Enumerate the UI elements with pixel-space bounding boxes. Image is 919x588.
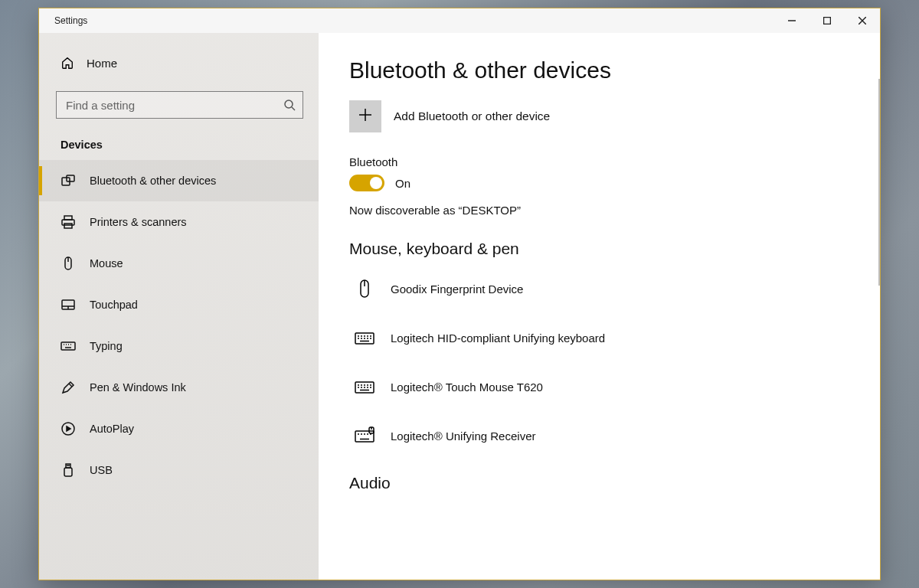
svg-point-4 bbox=[285, 100, 293, 108]
keyboard-icon bbox=[61, 338, 76, 354]
sidebar-section-label: Devices bbox=[39, 128, 319, 160]
device-name: Logitech HID-compliant Unifying keyboard bbox=[391, 332, 605, 345]
sidebar-item-autoplay[interactable]: AutoPlay bbox=[39, 408, 319, 449]
sidebar-item-typing[interactable]: Typing bbox=[39, 325, 319, 367]
bluetooth-toggle-row: On bbox=[349, 175, 849, 191]
maximize-button[interactable] bbox=[809, 8, 845, 33]
close-button[interactable] bbox=[845, 8, 880, 33]
printer-icon bbox=[61, 214, 76, 230]
titlebar: Settings bbox=[39, 8, 880, 33]
sidebar-item-label: Touchpad bbox=[90, 299, 138, 311]
bluetooth-label: Bluetooth bbox=[349, 155, 849, 168]
device-row[interactable]: Logitech® Unifying Receiver bbox=[349, 417, 849, 466]
mouse-icon bbox=[354, 278, 375, 299]
minimize-button[interactable] bbox=[774, 8, 809, 33]
svg-rect-16 bbox=[61, 342, 75, 350]
mouse-icon bbox=[61, 256, 76, 271]
sidebar-item-label: Printers & scanners bbox=[90, 216, 187, 228]
sidebar-item-label: AutoPlay bbox=[90, 423, 134, 435]
svg-line-5 bbox=[292, 107, 295, 110]
add-device-label: Add Bluetooth or other device bbox=[394, 109, 550, 123]
keyboard-usb-icon bbox=[354, 425, 375, 446]
device-name: Logitech® Touch Mouse T620 bbox=[391, 381, 543, 394]
keyboard-icon bbox=[354, 327, 375, 348]
bluetooth-toggle[interactable] bbox=[349, 175, 384, 191]
device-name: Logitech® Unifying Receiver bbox=[391, 430, 535, 443]
device-row[interactable]: Goodix Fingerprint Device bbox=[349, 270, 849, 319]
home-nav[interactable]: Home bbox=[39, 48, 319, 77]
sidebar-item-label: Bluetooth & other devices bbox=[90, 175, 216, 187]
device-row[interactable]: Logitech® Touch Mouse T620 bbox=[349, 368, 849, 417]
search-input[interactable] bbox=[56, 91, 303, 119]
sidebar-item-label: Mouse bbox=[90, 257, 123, 270]
sidebar-nav: Bluetooth & other devices Printers & sca… bbox=[39, 160, 319, 491]
home-icon bbox=[61, 56, 74, 70]
plus-icon bbox=[358, 108, 372, 125]
svg-rect-1 bbox=[824, 18, 831, 24]
svg-rect-56 bbox=[355, 431, 374, 442]
autoplay-icon bbox=[61, 421, 76, 436]
device-name: Goodix Fingerprint Device bbox=[391, 283, 523, 296]
svg-rect-25 bbox=[64, 468, 72, 476]
sidebar: Home Devices Bluetooth & other devices P… bbox=[39, 33, 319, 580]
svg-rect-7 bbox=[67, 175, 74, 181]
sidebar-item-label: Pen & Windows Ink bbox=[90, 381, 186, 394]
sidebar-item-bluetooth[interactable]: Bluetooth & other devices bbox=[39, 160, 319, 201]
sidebar-item-label: Typing bbox=[90, 340, 123, 352]
pen-icon bbox=[61, 380, 76, 395]
sidebar-item-usb[interactable]: USB bbox=[39, 449, 319, 491]
settings-window: Settings Home Devices bbox=[38, 8, 881, 580]
home-label: Home bbox=[87, 57, 117, 70]
keyboard-icon bbox=[354, 376, 375, 397]
window-controls bbox=[774, 8, 880, 33]
add-device-row[interactable]: Add Bluetooth or other device bbox=[349, 100, 849, 132]
window-title: Settings bbox=[39, 15, 87, 26]
search-container bbox=[56, 91, 303, 119]
page-title: Bluetooth & other devices bbox=[349, 57, 849, 83]
svg-line-22 bbox=[69, 384, 72, 387]
bluetooth-toggle-state: On bbox=[395, 177, 410, 190]
add-device-button[interactable] bbox=[349, 100, 381, 132]
device-row[interactable]: Logitech HID-compliant Unifying keyboard bbox=[349, 319, 849, 368]
scrollbar[interactable] bbox=[878, 79, 880, 286]
device-group-title: Audio bbox=[349, 474, 849, 492]
discoverable-text: Now discoverable as “DESKTOP” bbox=[349, 204, 849, 217]
usb-icon bbox=[61, 462, 76, 478]
touchpad-icon bbox=[61, 297, 76, 312]
device-group-title: Mouse, keyboard & pen bbox=[349, 240, 849, 258]
sidebar-item-label: USB bbox=[90, 464, 113, 476]
search-icon bbox=[283, 99, 296, 111]
sidebar-item-touchpad[interactable]: Touchpad bbox=[39, 284, 319, 325]
sidebar-item-pen[interactable]: Pen & Windows Ink bbox=[39, 367, 319, 408]
sidebar-item-printers[interactable]: Printers & scanners bbox=[39, 201, 319, 243]
devices-icon bbox=[61, 173, 76, 188]
svg-rect-10 bbox=[64, 224, 72, 228]
main-content: Bluetooth & other devices Add Bluetooth … bbox=[319, 33, 880, 580]
sidebar-item-mouse[interactable]: Mouse bbox=[39, 243, 319, 284]
